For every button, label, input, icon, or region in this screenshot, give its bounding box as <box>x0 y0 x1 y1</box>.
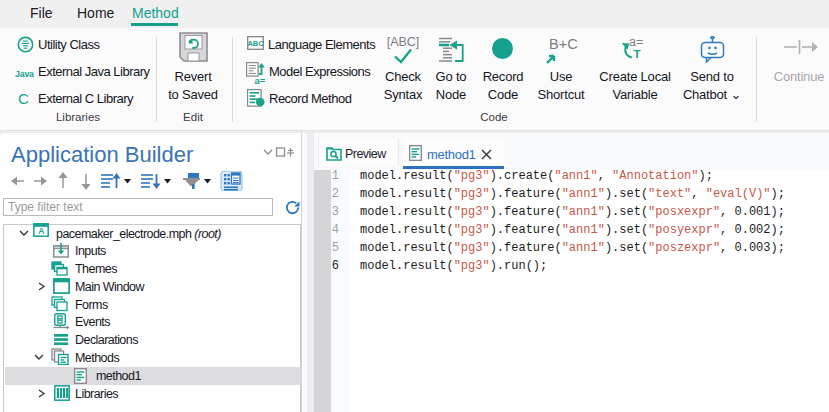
svg-text:ABC: ABC <box>247 39 264 48</box>
svg-text:T: T <box>634 48 641 59</box>
svg-text:A: A <box>38 226 44 236</box>
svg-text:a=: a= <box>629 35 643 49</box>
svg-text:a=: a= <box>255 75 266 85</box>
